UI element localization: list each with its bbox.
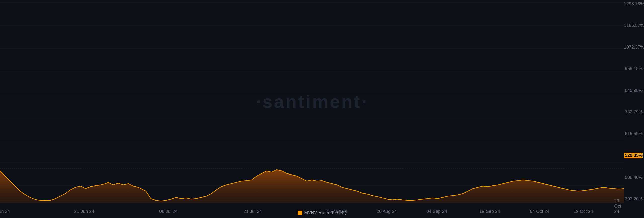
legend-label: MVRV Ratio (FLOKI) — [304, 210, 346, 215]
x-label-7: 19 Sep 24 — [479, 209, 500, 214]
x-label-5: 20 Aug 24 — [377, 209, 397, 214]
x-label-9: 19 Oct 24 — [574, 209, 593, 214]
y-label-6: 732.79% — [624, 109, 643, 115]
x-label-8: 04 Oct 24 — [530, 209, 549, 214]
y-label-8: 508.40% — [624, 175, 643, 180]
chart-area: ·santiment· — [0, 0, 624, 203]
y-label-2: 1185.57% — [624, 23, 643, 28]
y-label-7: 619.59% — [624, 131, 643, 136]
x-label-6: 04 Sep 24 — [426, 209, 447, 214]
y-label-1: 1298.76% — [624, 1, 643, 7]
x-label-10: 29 Oct 24 — [614, 198, 621, 214]
legend-color-box — [298, 211, 302, 215]
chart-legend: MVRV Ratio (FLOKI) — [298, 210, 346, 215]
x-label-1: 21 Jun 24 — [74, 209, 94, 214]
y-label-3: 1072.37% — [624, 45, 643, 50]
chart-area-fill — [0, 170, 624, 203]
x-label-0: 06 Jun 24 — [0, 209, 10, 214]
y-axis: 1298.76% 1185.57% 1072.37% 959.18% 845.9… — [624, 0, 644, 203]
y-label-highlighted: 529.35% — [624, 153, 643, 158]
y-label-5: 845.98% — [624, 88, 643, 93]
y-label-4: 959.18% — [624, 66, 643, 71]
chart-container: ·santiment· 1298.76% 1185.57% 1072.37% 9… — [0, 0, 644, 218]
x-label-3: 21 Jul 24 — [244, 209, 262, 214]
chart-svg — [0, 0, 624, 203]
y-label-9: 393.20% — [624, 196, 643, 202]
x-label-2: 06 Jul 24 — [159, 209, 178, 214]
